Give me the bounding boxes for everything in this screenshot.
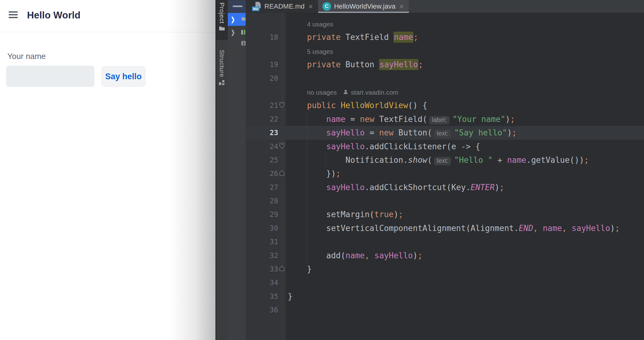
line-number: 19 xyxy=(246,58,278,71)
project-panel: ❯❯❯ xyxy=(228,0,246,340)
code-line-29[interactable]: 29 setMargin(true); xyxy=(246,208,644,221)
fold-close-icon[interactable] xyxy=(279,265,285,273)
line-number: 21 xyxy=(246,99,278,112)
code-text: setMargin(true); xyxy=(288,208,644,221)
line-number: 32 xyxy=(246,249,278,262)
code-text: } xyxy=(288,262,644,276)
markdown-file-icon: MD xyxy=(252,2,261,11)
folder-icon xyxy=(241,17,246,22)
line-number: 18 xyxy=(246,30,278,44)
tabbar-spacer xyxy=(246,0,248,13)
code-line-36[interactable]: 36 xyxy=(246,303,644,317)
inlay-hint-line[interactable]: no usagesstart.vaadin.com xyxy=(246,85,644,99)
project-tree-row-folder[interactable]: ❯ xyxy=(228,13,246,26)
line-number: 28 xyxy=(246,194,278,208)
code-line-23[interactable]: 23 sayHello = new Button(text:"Say hello… xyxy=(246,126,644,139)
code-line-33[interactable]: 33 } xyxy=(246,262,644,276)
author-icon xyxy=(343,85,348,99)
code-line-31[interactable]: 31 xyxy=(246,235,644,248)
code-line-26[interactable]: 26 }); xyxy=(246,167,644,180)
structure-tool-button[interactable]: Structure xyxy=(216,47,228,93)
hide-project-panel-button[interactable] xyxy=(229,1,246,12)
code-line-35[interactable]: 35} xyxy=(246,290,644,303)
line-number: 26 xyxy=(246,167,278,180)
ide-window: Project Structure ❯❯❯ MDREADME.md✕CHello xyxy=(215,0,644,340)
project-tool-label: Project xyxy=(218,2,226,24)
code-line-25[interactable]: 25 Notification.show(text:"Hello " + nam… xyxy=(246,153,644,167)
screenshot-root: Hello World Your name Say hello Project … xyxy=(0,0,644,340)
editor-tab-README.md[interactable]: MDREADME.md✕ xyxy=(248,0,318,13)
web-app-pane: Hello World Your name Say hello xyxy=(0,0,215,340)
code-line-19[interactable]: 19 private Button sayHello; xyxy=(246,58,644,71)
tab-label: README.md xyxy=(264,2,305,10)
folder-icon xyxy=(219,26,225,32)
inlay-hint-line[interactable]: 5 usages xyxy=(246,44,644,58)
page-title: Hello World xyxy=(27,10,81,21)
line-number: 34 xyxy=(246,276,278,289)
code-text: } xyxy=(288,290,644,303)
editor-area: MDREADME.md✕CHelloWorldView.java✕ 4 usag… xyxy=(246,0,644,340)
fold-open-icon[interactable] xyxy=(279,143,285,150)
code-line-28[interactable]: 28 xyxy=(246,194,644,208)
tabbar-fill xyxy=(409,0,644,13)
hamburger-menu-icon[interactable] xyxy=(9,11,18,19)
line-number: 22 xyxy=(246,112,278,126)
line-number: 29 xyxy=(246,208,278,221)
chevron-right-icon[interactable]: ❯ xyxy=(231,16,235,23)
code-line-30[interactable]: 30 setVerticalComponentAlignment(Alignme… xyxy=(246,221,644,235)
module-icon xyxy=(241,30,245,35)
code-text: sayHello = new Button(text:"Say hello"); xyxy=(288,126,644,139)
inlay-hint-line[interactable]: 4 usages xyxy=(246,17,644,30)
code-line-22[interactable]: 22 name = new TextField(label:"Your name… xyxy=(246,112,644,126)
line-number: 30 xyxy=(246,221,278,235)
code-text: 5 usages xyxy=(288,44,644,58)
code-line-20[interactable]: 20 xyxy=(246,72,644,85)
project-tree-row-source-box[interactable]: ❯ xyxy=(228,39,246,48)
structure-tool-label: Structure xyxy=(218,50,226,77)
code-text: private Button sayHello; xyxy=(288,58,644,71)
code-text: 4 usages xyxy=(288,17,644,31)
code-text: name = new TextField(label:"Your name"); xyxy=(288,112,644,126)
line-number: 20 xyxy=(246,72,278,85)
name-input[interactable] xyxy=(6,66,94,87)
line-number: 31 xyxy=(246,235,278,248)
fold-close-icon[interactable] xyxy=(279,170,285,177)
code-text: setVerticalComponentAlignment(Alignment.… xyxy=(288,221,644,235)
code-text: sayHello.addClickShortcut(Key.ENTER); xyxy=(288,181,644,194)
code-text: }); xyxy=(288,167,644,180)
fold-open-icon[interactable] xyxy=(279,102,285,110)
close-tab-icon[interactable]: ✕ xyxy=(398,3,405,10)
editor-tab-HelloWorldView.java[interactable]: CHelloWorldView.java✕ xyxy=(318,0,409,13)
line-number: 36 xyxy=(246,303,278,317)
project-tool-button[interactable]: Project xyxy=(216,0,228,40)
code-text: sayHello.addClickListener(e -> { xyxy=(288,140,644,153)
editor-tab-bar: MDREADME.md✕CHelloWorldView.java✕ xyxy=(246,0,644,13)
code-area: 4 usages18 private TextField name; 5 usa… xyxy=(246,13,644,340)
project-tree-row-module[interactable]: ❯ xyxy=(228,26,246,39)
line-number: 33 xyxy=(246,262,278,276)
code-line-24[interactable]: 24 sayHello.addClickListener(e -> { xyxy=(246,140,644,153)
app-header: Hello World xyxy=(0,0,215,32)
code-line-27[interactable]: 27 sayHello.addClickShortcut(Key.ENTER); xyxy=(246,181,644,194)
code-line-34[interactable]: 34 xyxy=(246,276,644,289)
chevron-right-icon[interactable]: ❯ xyxy=(231,29,235,36)
code-text: add(name, sayHello); xyxy=(288,249,644,262)
chevron-box-icon: ❯ xyxy=(241,41,246,46)
java-class-icon: C xyxy=(322,2,331,11)
close-tab-icon[interactable]: ✕ xyxy=(308,3,314,10)
structure-icon xyxy=(219,80,225,86)
code-line-21[interactable]: 21 public HelloWorldView() { xyxy=(246,99,644,112)
code-text: private TextField name; xyxy=(288,30,644,44)
code-text: no usagesstart.vaadin.com xyxy=(288,85,644,99)
window-shadow xyxy=(169,0,215,340)
say-hello-button[interactable]: Say hello xyxy=(101,66,145,87)
line-number: 35 xyxy=(246,290,278,303)
code-line-32[interactable]: 32 add(name, sayHello); xyxy=(246,249,644,262)
code-text: Notification.show(text:"Hello " + name.g… xyxy=(288,153,644,167)
line-number: 25 xyxy=(246,153,278,167)
name-field-label: Your name xyxy=(7,52,46,61)
tab-label: HelloWorldView.java xyxy=(334,2,396,10)
tool-window-stripe: Project Structure xyxy=(216,0,228,340)
code-line-18[interactable]: 18 private TextField name; xyxy=(246,30,644,44)
code-text: public HelloWorldView() { xyxy=(288,99,644,112)
